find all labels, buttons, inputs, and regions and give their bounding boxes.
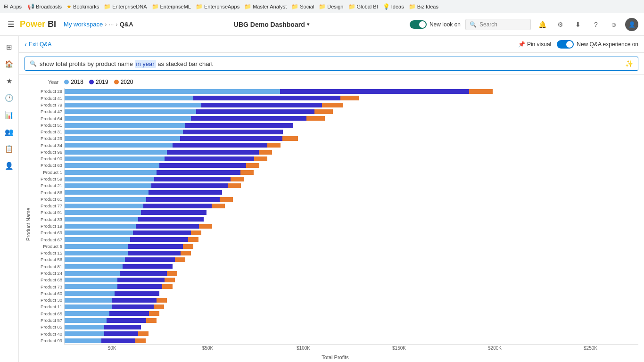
bar-2020 <box>306 116 325 121</box>
legend-dot <box>114 80 119 84</box>
toggle-switch[interactable] <box>410 20 427 29</box>
feedback-button[interactable]: ☺ <box>607 18 620 31</box>
download-button[interactable]: ⬇ <box>571 18 585 31</box>
bars-area: Product 28Product 41Product 79Product 47… <box>32 88 638 344</box>
bar-row <box>65 108 638 115</box>
bookmark-item[interactable]: ★Bookmarks <box>66 3 99 10</box>
sidebar-workspaces-icon[interactable]: 📋 <box>2 141 17 156</box>
workspace-link[interactable]: My workspace <box>64 21 103 28</box>
breadcrumb-ellipsis[interactable]: ··· <box>108 21 114 28</box>
x-axis-label: Total Profits <box>32 354 638 360</box>
folder-icon: 📁 <box>152 3 159 10</box>
bookmark-item[interactable]: 📁Global BI <box>348 3 378 10</box>
bookmark-item[interactable]: 📁Social <box>291 3 314 10</box>
sidebar-apps-icon[interactable]: ⊞ <box>2 40 17 55</box>
bar-row <box>65 337 638 344</box>
sidebar-recents-icon[interactable]: 🕐 <box>2 90 17 106</box>
bar-row <box>65 310 638 317</box>
bar-2019 <box>143 204 212 208</box>
pin-label: Pin visual <box>527 41 551 48</box>
product-label: Product 47 <box>32 108 62 115</box>
bar-2020 <box>220 197 233 202</box>
settings-button[interactable]: ⚙ <box>553 18 567 31</box>
bar-2018 <box>65 338 101 343</box>
folder-icon: 💡 <box>383 3 390 10</box>
bookmark-item[interactable]: 📁EnterpriseML <box>152 3 191 10</box>
top-nav: ☰ Power BI My workspace › ··· › Q&A UBG … <box>0 13 644 36</box>
bar-2019 <box>115 291 159 296</box>
bookmark-item[interactable]: 📁EnterpriseApps <box>196 3 239 10</box>
new-qa-label: New Q&A experience on <box>577 41 638 48</box>
sidebar-profile-icon[interactable]: 👤 <box>2 158 17 173</box>
bookmark-item[interactable]: 📁Design <box>319 3 343 10</box>
chart-container: Product Name Product 28Product 41Product… <box>25 88 638 360</box>
notification-button[interactable]: 🔔 <box>536 18 549 31</box>
bar-row <box>65 236 638 243</box>
exit-qa-button[interactable]: ‹ Exit Q&A <box>25 41 51 48</box>
nav-center: UBG Demo Dashboard ▾ <box>137 21 406 28</box>
hamburger-menu[interactable]: ☰ <box>6 18 16 31</box>
bar-2020 <box>167 271 177 276</box>
user-avatar[interactable]: 👤 <box>625 18 638 31</box>
sidebar-shared-icon[interactable]: 👥 <box>2 124 17 140</box>
help-button[interactable]: ? <box>589 18 603 31</box>
bar-2020 <box>191 230 201 235</box>
breadcrumb-sep2: › <box>116 21 117 28</box>
legend-2019: 2019 <box>89 79 108 85</box>
bar-2019 <box>183 130 283 134</box>
qa-input-box[interactable]: 🔍 show total profits by product name in … <box>25 57 638 71</box>
product-label: Product 11 <box>32 304 62 310</box>
product-label: Product 86 <box>32 189 62 196</box>
new-qa-toggle[interactable]: New Q&A experience on <box>557 40 638 49</box>
bar-row <box>65 270 638 277</box>
exit-label: Exit Q&A <box>29 41 52 48</box>
bookmark-item[interactable]: 💡Ideas <box>383 3 404 10</box>
bar-2020 <box>188 237 198 242</box>
apps-button[interactable]: ⊞ Apps <box>4 3 22 9</box>
brand-text: BI <box>45 19 56 29</box>
search-box[interactable]: 🔍 <box>465 19 531 30</box>
bookmark-item[interactable]: 📢Broadcasts <box>27 3 62 10</box>
bar-2019 <box>104 325 141 329</box>
chevron-down-icon[interactable]: ▾ <box>307 22 309 27</box>
bar-2018 <box>65 217 138 222</box>
bar-2018 <box>65 136 180 141</box>
bar-row <box>65 250 638 256</box>
bar-2020 <box>138 331 149 336</box>
bar-2018 <box>65 244 128 249</box>
bar-2018 <box>65 264 123 269</box>
new-qa-switch[interactable] <box>557 40 574 49</box>
bar-2018 <box>65 109 196 114</box>
year-label: Year <box>48 79 58 85</box>
bar-2019 <box>128 244 183 249</box>
bookmark-item[interactable]: 📁Master Analyst <box>244 3 287 10</box>
sidebar-apps2-icon[interactable]: 📊 <box>2 107 17 123</box>
product-labels: Product 28Product 41Product 79Product 47… <box>32 88 64 344</box>
search-input[interactable] <box>479 21 527 28</box>
bookmark-item[interactable]: 📁Biz Ideas <box>409 3 438 10</box>
bar-row <box>65 304 638 310</box>
bar-2018 <box>65 271 120 276</box>
bar-row <box>65 149 638 156</box>
sidebar-home-icon[interactable]: 🏠 <box>2 57 17 72</box>
chart-inner: Product 28Product 41Product 79Product 47… <box>32 88 638 360</box>
nav-right: New look on 🔍 🔔 ⚙ ⬇ ? ☺ 👤 <box>410 18 638 31</box>
bar-2019 <box>280 89 469 94</box>
legend-2020: 2020 <box>114 79 133 85</box>
product-label: Product 34 <box>32 142 62 148</box>
pin-icon: 📌 <box>518 41 525 48</box>
bar-2019 <box>151 183 228 188</box>
pin-visual-button[interactable]: 📌 Pin visual <box>518 41 551 48</box>
bookmark-item[interactable]: 📁EnterpriseDNA <box>104 3 147 10</box>
sidebar-favorites-icon[interactable]: ★ <box>2 74 17 89</box>
new-look-toggle[interactable]: New look on <box>410 20 461 29</box>
product-label: Product 73 <box>32 283 62 290</box>
x-tick: $250K <box>543 345 638 354</box>
bar-row <box>65 122 638 129</box>
bar-2020 <box>228 183 241 188</box>
bookmark-bar: 📢Broadcasts★Bookmarks📁EnterpriseDNA📁Ente… <box>27 3 438 10</box>
sidebar: ⊞🏠★🕐📊👥📋👤 <box>0 36 19 362</box>
bar-2019 <box>165 156 254 161</box>
bar-2020 <box>165 278 175 282</box>
bar-2020 <box>183 244 193 249</box>
